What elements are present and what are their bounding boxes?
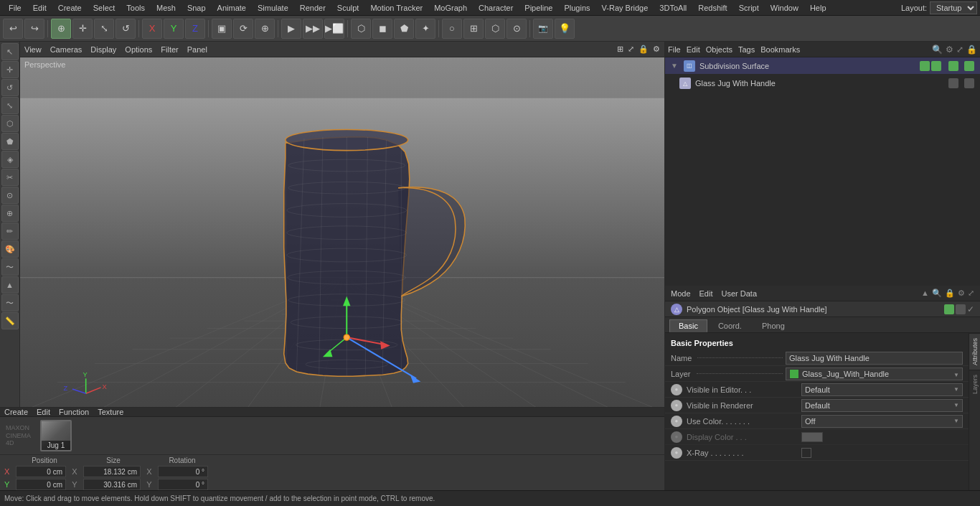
lt-paint-button[interactable]: 🎨 xyxy=(1,240,19,258)
coord-size-x[interactable] xyxy=(83,466,141,477)
obj-lock-icon[interactable]: 🔒 xyxy=(966,44,977,55)
menu-help[interactable]: Help xyxy=(804,2,832,14)
obj-search-icon[interactable]: 🔍 xyxy=(932,44,943,55)
menu-plugins[interactable]: Plugins xyxy=(558,2,595,14)
mode-object-button[interactable]: ⬡ xyxy=(351,19,371,39)
coord-pos-y[interactable] xyxy=(16,479,66,490)
lt-magnet-button[interactable]: ⊙ xyxy=(1,187,19,204)
lt-arrow-button[interactable]: ↖ xyxy=(1,43,19,60)
attr-tab-phong[interactable]: Phong xyxy=(753,319,794,332)
move-tool-button[interactable]: ✛ xyxy=(72,19,93,39)
subd-expand-icon[interactable]: ▼ xyxy=(671,62,678,70)
menu-mograph[interactable]: MoGraph xyxy=(428,2,473,14)
lt-object-button[interactable]: ⬡ xyxy=(1,115,19,132)
attr-visible-editor-dropdown[interactable]: Default ▼ xyxy=(801,383,963,396)
lt-scale-button[interactable]: ⤡ xyxy=(1,97,19,114)
vp-menu-cameras[interactable]: Cameras xyxy=(50,45,83,54)
attr-tab-basic[interactable]: Basic xyxy=(669,319,707,332)
obj-menu-file[interactable]: File xyxy=(668,45,681,54)
x-axis-button[interactable]: X xyxy=(142,19,162,39)
obj-menu-bookmarks[interactable]: Bookmarks xyxy=(760,45,800,54)
attr-lock-icon[interactable]: 🔒 xyxy=(945,289,955,298)
menu-simulate[interactable]: Simulate xyxy=(252,2,294,14)
viewport-3d[interactable]: Perspective xyxy=(20,57,664,453)
menu-pipeline[interactable]: Pipeline xyxy=(519,2,558,14)
subd-vis-editor[interactable] xyxy=(948,61,958,71)
menu-animate[interactable]: Animate xyxy=(212,2,252,14)
menu-sculpt[interactable]: Sculpt xyxy=(331,2,365,14)
menu-3dtoall[interactable]: 3DToAll xyxy=(654,2,692,14)
lt-spline-button[interactable]: 〜 xyxy=(1,294,19,311)
lt-smooth-button[interactable]: 〜 xyxy=(1,258,19,276)
select-tool-button[interactable]: ⊕ xyxy=(51,19,71,39)
cylinder-button[interactable]: ⟳ xyxy=(233,19,253,39)
attr-xray-checkbox[interactable] xyxy=(801,448,811,458)
attr-menu-mode[interactable]: Mode xyxy=(671,289,691,298)
lt-measure-button[interactable]: 📏 xyxy=(1,312,19,329)
menu-script[interactable]: Script xyxy=(733,2,765,14)
vp-icon-expand[interactable]: ⊞ xyxy=(617,44,623,54)
obj-filter-icon[interactable]: ⚙ xyxy=(946,44,953,55)
attr-input-name[interactable] xyxy=(786,352,963,365)
camera-button[interactable]: 📷 xyxy=(533,19,553,39)
vp-icon-maximize[interactable]: ⤢ xyxy=(628,44,634,54)
vp-menu-view[interactable]: View xyxy=(24,45,42,54)
y-axis-button[interactable]: Y xyxy=(164,19,184,39)
vp-menu-filter[interactable]: Filter xyxy=(161,45,178,54)
light-button[interactable]: 💡 xyxy=(555,19,575,39)
snap-button[interactable]: ⊙ xyxy=(507,19,527,39)
obj-expand-icon[interactable]: ⤢ xyxy=(956,44,963,55)
lt-bevel-button[interactable]: ◈ xyxy=(1,151,19,168)
lt-sculpt-button[interactable]: ▲ xyxy=(1,276,19,294)
obj-subdivision-surface[interactable]: ▼ ◫ Subdivision Surface xyxy=(665,57,980,75)
attr-visible-renderer-dropdown[interactable]: Default ▼ xyxy=(801,399,963,412)
attr-display-color-swatch[interactable] xyxy=(801,432,823,442)
lt-extrude-button[interactable]: ⬟ xyxy=(1,133,19,150)
coord-pos-x[interactable] xyxy=(16,466,66,477)
vp-menu-panel[interactable]: Panel xyxy=(187,45,207,54)
lt-poly-pen-button[interactable]: ✏ xyxy=(1,222,19,240)
render-view-button[interactable]: ▶ xyxy=(281,19,301,39)
lt-weld-button[interactable]: ⊕ xyxy=(1,205,19,222)
obj-menu-edit[interactable]: Edit xyxy=(687,45,700,54)
menu-tools[interactable]: Tools xyxy=(121,2,151,14)
mode-polygon-button[interactable]: ✦ xyxy=(415,19,435,39)
rst-tab-layers[interactable]: Layers xyxy=(969,370,980,398)
attr-tab-coord[interactable]: Coord. xyxy=(709,319,751,332)
render-region-button[interactable]: ▶⬜ xyxy=(324,19,344,39)
coord-rot-y[interactable] xyxy=(158,479,208,490)
attr-up-icon[interactable]: ▲ xyxy=(921,289,929,298)
jug-vis-editor[interactable] xyxy=(948,78,958,88)
menu-window[interactable]: Window xyxy=(765,2,804,14)
mat-menu-function[interactable]: Function xyxy=(59,408,89,416)
attr-expand-icon[interactable]: ⤢ xyxy=(968,289,974,298)
lt-move-button[interactable]: ✛ xyxy=(1,61,19,78)
attr-menu-edit[interactable]: Edit xyxy=(699,289,713,298)
display-gouraud-button[interactable]: ○ xyxy=(442,19,462,39)
mat-menu-texture[interactable]: Texture xyxy=(98,408,123,416)
layout-dropdown[interactable]: Startup xyxy=(930,1,977,14)
menu-vray[interactable]: V-Ray Bridge xyxy=(596,2,654,14)
vp-menu-options[interactable]: Options xyxy=(125,45,152,54)
cube-button[interactable]: ▣ xyxy=(212,19,232,39)
attr-settings-icon[interactable]: ⚙ xyxy=(958,289,965,298)
menu-create[interactable]: Create xyxy=(52,2,88,14)
attr-use-color-dropdown[interactable]: Off ▼ xyxy=(801,415,963,428)
mode-component-button[interactable]: ◼ xyxy=(372,19,392,39)
undo-button[interactable]: ↩ xyxy=(3,19,23,39)
attr-layer-dropdown[interactable]: Glass_Jug_With_Handle ▼ xyxy=(786,367,963,380)
coord-rot-x[interactable] xyxy=(158,466,208,477)
display-wire-button[interactable]: ⊞ xyxy=(463,19,484,39)
menu-motion-tracker[interactable]: Motion Tracker xyxy=(364,2,428,14)
jug-vis-renderer[interactable] xyxy=(964,78,974,88)
rotate-tool-button[interactable]: ↺ xyxy=(116,19,136,39)
rst-tab-attributes[interactable]: Attributes xyxy=(969,333,980,370)
coord-size-y[interactable] xyxy=(83,479,141,490)
obj-glass-jug[interactable]: △ Glass Jug With Handle xyxy=(665,75,980,92)
menu-edit[interactable]: Edit xyxy=(27,2,52,14)
add-button[interactable]: ⊕ xyxy=(255,19,275,39)
obj-menu-objects[interactable]: Objects xyxy=(706,45,732,54)
mat-menu-edit[interactable]: Edit xyxy=(37,408,50,416)
z-axis-button[interactable]: Z xyxy=(185,19,205,39)
redo-button[interactable]: ↪ xyxy=(24,19,44,39)
